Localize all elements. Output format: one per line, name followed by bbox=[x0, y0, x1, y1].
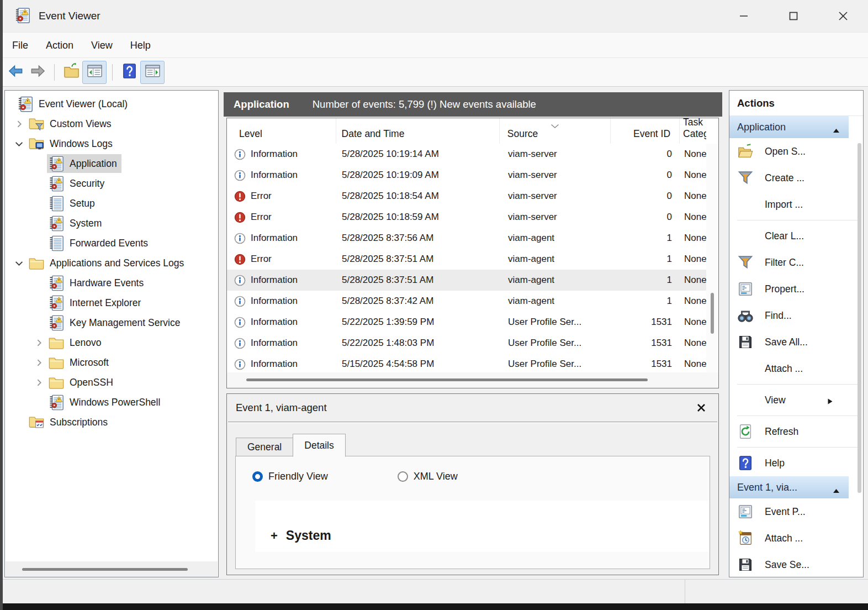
tree-horizontal-scrollbar[interactable] bbox=[6, 561, 218, 577]
actions-scrollbar[interactable] bbox=[858, 143, 861, 571]
action-label: Event P... bbox=[765, 506, 806, 518]
column-header-source[interactable]: Source bbox=[500, 118, 611, 144]
table-row[interactable]: Information5/28/2025 8:37:51 AMviam-agen… bbox=[227, 270, 706, 291]
table-vertical-scrollbar-thumb[interactable] bbox=[711, 293, 714, 334]
table-row[interactable]: Information5/15/2025 4:54:58 PMUser Prof… bbox=[227, 354, 706, 372]
tree-item-label: Windows PowerShell bbox=[70, 397, 160, 408]
action-create[interactable]: Create ... bbox=[729, 165, 849, 191]
action-attach[interactable]: Attach ... bbox=[729, 355, 849, 382]
tree-item-applications-and-services-logs[interactable]: Applications and Services Logs bbox=[5, 253, 218, 273]
close-button[interactable] bbox=[818, 0, 868, 32]
column-header-date-and-time[interactable]: Date and Time bbox=[336, 118, 500, 144]
chevron-right-icon[interactable] bbox=[30, 377, 47, 387]
event-id-cell: 0 bbox=[612, 149, 681, 160]
table-vertical-scrollbar[interactable] bbox=[706, 144, 718, 372]
chevron-right-icon[interactable] bbox=[10, 119, 27, 129]
action-propert[interactable]: Propert... bbox=[729, 276, 849, 302]
action-save-all[interactable]: Save All... bbox=[729, 329, 849, 355]
collapse-section-icon[interactable] bbox=[833, 124, 840, 136]
radio-selected-icon[interactable] bbox=[252, 471, 263, 482]
menu-item-help[interactable]: Help bbox=[121, 33, 160, 57]
tree-item-lenovo[interactable]: Lenovo bbox=[5, 333, 218, 353]
info-icon bbox=[234, 338, 246, 349]
action-save-se[interactable]: Save Se... bbox=[729, 551, 849, 577]
menu-item-file[interactable]: File bbox=[3, 33, 37, 57]
tree-item-subscriptions[interactable]: Subscriptions bbox=[5, 412, 218, 432]
chevron-down-icon[interactable] bbox=[10, 139, 27, 149]
minimize-button[interactable] bbox=[719, 0, 769, 32]
action-refresh[interactable]: Refresh bbox=[729, 418, 849, 445]
table-row[interactable]: Information5/28/2025 10:19:14 AMviam-ser… bbox=[227, 144, 706, 165]
tree-item-internet-explorer[interactable]: Internet Explorer bbox=[5, 293, 218, 313]
tree-item-security[interactable]: Security bbox=[5, 173, 218, 193]
action-find[interactable]: Find... bbox=[729, 302, 849, 329]
action-filter-c[interactable]: Filter C... bbox=[729, 249, 849, 276]
status-bar-divider bbox=[685, 580, 685, 604]
action-clear-l[interactable]: Clear L... bbox=[729, 223, 849, 249]
tree-item-key-management-service[interactable]: Key Management Service bbox=[5, 313, 218, 333]
help-button[interactable] bbox=[118, 61, 140, 84]
table-horizontal-scrollbar-thumb[interactable] bbox=[246, 378, 648, 381]
level-label: Information bbox=[251, 149, 298, 160]
friendly-view-option[interactable]: Friendly View bbox=[252, 471, 328, 482]
table-row[interactable]: Error5/28/2025 8:37:51 AMviam-agent1None bbox=[227, 249, 706, 270]
action-import[interactable]: Import ... bbox=[729, 191, 849, 218]
maximize-button[interactable] bbox=[769, 0, 818, 32]
actions-scrollbar-thumb[interactable] bbox=[858, 143, 861, 493]
menu-item-action[interactable]: Action bbox=[37, 33, 82, 57]
tree-item-application[interactable]: Application bbox=[5, 154, 218, 173]
tree-item-setup[interactable]: Setup bbox=[5, 193, 218, 213]
collapse-section-icon[interactable] bbox=[833, 485, 840, 496]
action-label: View bbox=[765, 395, 786, 406]
action-open-s[interactable]: Open S... bbox=[729, 138, 849, 165]
actions-section-event-1-via[interactable]: Event 1, via... bbox=[729, 476, 849, 498]
forward-button[interactable] bbox=[27, 61, 49, 84]
tree-item-windows-powershell[interactable]: Windows PowerShell bbox=[5, 392, 218, 412]
export-button[interactable] bbox=[60, 61, 82, 84]
menu-item-view[interactable]: View bbox=[82, 33, 121, 57]
table-row[interactable]: Information5/28/2025 10:19:09 AMviam-ser… bbox=[227, 165, 706, 186]
actions-section-application[interactable]: Application bbox=[729, 116, 849, 138]
radio-unselected-icon[interactable] bbox=[398, 471, 408, 482]
tree-horizontal-scrollbar-thumb[interactable] bbox=[22, 568, 188, 571]
table-row[interactable]: Information5/22/2025 1:39:59 PMUser Prof… bbox=[227, 312, 706, 333]
table-row[interactable]: Error5/28/2025 10:18:54 AMviam-server0No… bbox=[227, 186, 706, 207]
tree-item-event-viewer-local[interactable]: Event Viewer (Local) bbox=[5, 94, 218, 114]
action-pane-button[interactable] bbox=[140, 61, 165, 84]
tree-item-custom-views[interactable]: Custom Views bbox=[5, 114, 218, 134]
tab-details[interactable]: Details bbox=[293, 434, 346, 457]
tree-item-label: Event Viewer (Local) bbox=[39, 98, 128, 110]
tree-item-microsoft[interactable]: Microsoft bbox=[5, 353, 218, 372]
table-row[interactable]: Information5/28/2025 8:37:56 AMviam-agen… bbox=[227, 228, 706, 249]
expander-placeholder bbox=[30, 178, 47, 188]
expand-node-button[interactable]: + bbox=[271, 529, 278, 543]
system-node-label[interactable]: System bbox=[286, 528, 331, 543]
chevron-right-icon[interactable] bbox=[30, 338, 47, 348]
column-header-event-id[interactable]: Event ID bbox=[611, 118, 680, 144]
chevron-right-icon[interactable] bbox=[30, 357, 47, 367]
back-button[interactable] bbox=[4, 61, 27, 84]
xml-view-option[interactable]: XML View bbox=[398, 471, 458, 482]
level-label: Information bbox=[251, 170, 298, 181]
table-row[interactable]: Information5/28/2025 8:37:42 AMviam-agen… bbox=[227, 291, 706, 312]
detail-close-button[interactable] bbox=[695, 402, 707, 414]
tab-general[interactable]: General bbox=[236, 438, 293, 456]
tree-item-label: Security bbox=[70, 178, 104, 190]
console-tree-button[interactable] bbox=[82, 61, 107, 84]
column-header-task-category[interactable]: Task Category bbox=[680, 118, 706, 144]
chevron-down-icon[interactable] bbox=[10, 258, 27, 268]
column-header-level[interactable]: Level bbox=[227, 118, 336, 144]
tree-item-system[interactable]: System bbox=[5, 213, 218, 233]
action-event-p[interactable]: Event P... bbox=[729, 498, 849, 525]
table-row[interactable]: Information5/22/2025 1:48:03 PMUser Prof… bbox=[227, 333, 706, 354]
table-row[interactable]: Error5/28/2025 10:18:59 AMviam-server0No… bbox=[227, 207, 706, 228]
table-horizontal-scrollbar[interactable] bbox=[227, 372, 718, 388]
action-attach[interactable]: Attach ... bbox=[729, 525, 849, 551]
action-help[interactable]: Help bbox=[729, 450, 849, 476]
tree-item-forwarded-events[interactable]: Forwarded Events bbox=[5, 233, 218, 253]
tree-item-openssh[interactable]: OpenSSH bbox=[5, 372, 218, 392]
tree-item-hardware-events[interactable]: Hardware Events bbox=[5, 273, 218, 293]
task-category-cell: None bbox=[681, 296, 706, 307]
action-view[interactable]: View bbox=[729, 387, 849, 413]
tree-item-windows-logs[interactable]: Windows Logs bbox=[5, 134, 218, 154]
